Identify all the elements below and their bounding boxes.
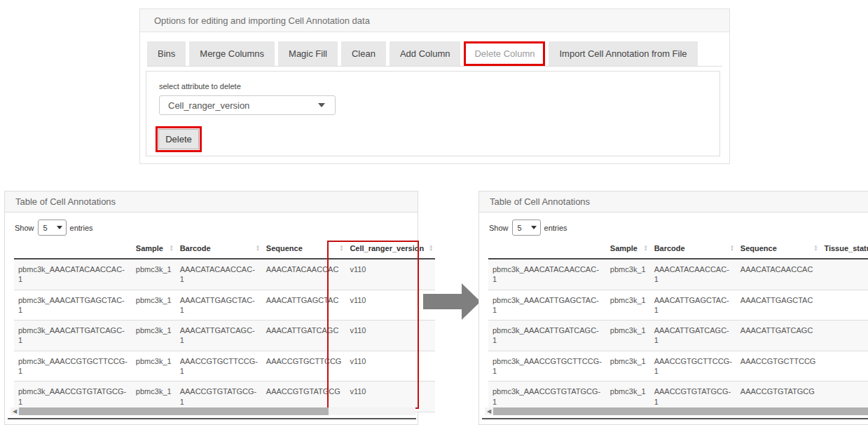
show-label: Show [489, 224, 509, 232]
table-cell: AAACATTGATCAGC-1 [650, 321, 736, 351]
table-cell: AAACATTGATCAGC [262, 321, 346, 351]
column-header-sample[interactable]: Sample▲▼ [606, 241, 650, 259]
delete-button-highlight-box: Delete [156, 126, 202, 152]
column-header-sample[interactable]: Sample▲▼ [132, 241, 176, 259]
scrollbar-thumb[interactable] [493, 407, 868, 415]
table-cell [820, 351, 868, 382]
table-row: pbmc3k_AAACATTGAGCTAC-1pbmc3k_1AAACATTGA… [14, 290, 435, 321]
sort-icon: ▲▼ [644, 245, 648, 252]
delete-column-tab-content: select attribute to delete Cell_ranger_v… [146, 71, 720, 156]
table-cell: AAACATTGAGCTAC-1 [650, 290, 736, 321]
table-cell: pbmc3k_AAACATACAACCAC-1 [488, 259, 606, 290]
sort-icon: ▲▼ [339, 245, 343, 252]
tab-bins[interactable]: Bins [147, 41, 186, 66]
column-header-label: Barcode [180, 244, 211, 252]
table-cell: AAACCGTGCTTCCG [736, 351, 820, 382]
column-header-sequence[interactable]: Sequence▲▼ [736, 241, 820, 259]
table-cell: pbmc3k_1 [606, 290, 650, 321]
table-title: Table of Cell Annotations [5, 191, 418, 212]
column-header-barcode[interactable]: Barcode▲▼ [650, 241, 736, 259]
sort-icon: ▲▼ [813, 245, 818, 252]
options-panel-title: Options for editing and importing Cell A… [140, 9, 729, 32]
table-row: pbmc3k_AAACATTGATCAGC-1pbmc3k_1AAACATTGA… [488, 321, 868, 351]
column-header-label: Cell_ranger_version [350, 244, 424, 252]
caret-down-icon [531, 226, 537, 229]
sort-icon: ▲▼ [730, 245, 734, 252]
sort-icon: ▲▼ [256, 245, 260, 252]
column-header-sequence[interactable]: Sequence▲▼ [262, 241, 346, 259]
options-panel: Options for editing and importing Cell A… [139, 8, 730, 164]
table-cell [820, 321, 868, 351]
column-header-rownames [14, 241, 132, 259]
table-cell: AAACATACAACCAC [262, 259, 346, 290]
cell-annotations-table-before: Table of Cell Annotations Show 5 entries… [4, 191, 418, 425]
table-cell: pbmc3k_AAACATACAACCAC-1 [14, 259, 132, 290]
table-title: Table of Cell Annotations [479, 191, 868, 212]
arrow-shaft [423, 294, 462, 309]
caret-down-icon [57, 226, 62, 229]
table-cell [820, 259, 868, 290]
tabs-row: BinsMerge ColumnsMagic FillCleanAdd Colu… [147, 41, 722, 67]
scrollbar-thumb[interactable] [19, 407, 329, 415]
table-row: pbmc3k_AAACCGTGCTTCCG-1pbmc3k_1AAACCGTGC… [14, 351, 435, 382]
table-cell: AAACATACAACCAC [736, 259, 820, 290]
table-row: pbmc3k_AAACATACAACCAC-1pbmc3k_1AAACATACA… [488, 259, 868, 290]
table-cell: v110 [345, 259, 435, 290]
table-cell: AAACATACAACCAC-1 [176, 259, 262, 290]
table-cell: AAACCGTGCTTCCG [262, 351, 346, 382]
attribute-select-value: Cell_ranger_version [168, 100, 249, 111]
arrow-head [462, 283, 481, 320]
annotations-table: Sample▲▼Barcode▲▼Sequence▲▼Cell_ranger_v… [14, 241, 435, 412]
table-cell: pbmc3k_AAACCGTGCTTCCG-1 [14, 351, 132, 382]
show-label: Show [15, 224, 34, 232]
transform-arrow-icon [423, 283, 481, 320]
caret-down-icon [318, 103, 325, 107]
column-header-label: Sequence [740, 244, 777, 252]
table-bottom-border [482, 418, 868, 419]
tab-magic-fill[interactable]: Magic Fill [278, 41, 338, 66]
table-cell: pbmc3k_1 [132, 259, 176, 290]
cell-annotations-table-after: Table of Cell Annotations Show 5 entries… [478, 191, 868, 425]
entries-label: entries [70, 224, 93, 232]
column-header-rownames [488, 241, 606, 259]
table-cell: pbmc3k_AAACCGTGCTTCCG-1 [488, 351, 606, 382]
delete-button[interactable]: Delete [158, 129, 199, 149]
table-cell: AAACATTGAGCTAC [262, 290, 346, 321]
attribute-select[interactable]: Cell_ranger_version [159, 95, 336, 115]
table-cell: AAACATTGATCAGC [736, 321, 820, 351]
tab-delete-column[interactable]: Delete Column [464, 41, 545, 66]
column-header-barcode[interactable]: Barcode▲▼ [176, 241, 262, 259]
column-header-label: Sequence [266, 244, 303, 252]
column-header-label: Sample [136, 244, 163, 252]
sort-icon: ▲▼ [170, 245, 174, 252]
tab-add-column[interactable]: Add Column [390, 41, 461, 66]
tab-import-cell-annotation-from-file[interactable]: Import Cell Annotation from File [549, 41, 697, 66]
table-cell: AAACCGTGCTTCCG-1 [650, 351, 736, 382]
table-cell: v110 [345, 290, 435, 321]
horizontal-scrollbar[interactable]: ◀ [485, 407, 868, 415]
table-cell [820, 290, 868, 321]
scroll-left-icon[interactable]: ◀ [485, 407, 493, 415]
table-header-row: Sample▲▼Barcode▲▼Sequence▲▼Tissue_status… [488, 241, 868, 259]
tab-clean[interactable]: Clean [341, 41, 386, 66]
table-row: pbmc3k_AAACATTGATCAGC-1pbmc3k_1AAACATTGA… [14, 321, 435, 351]
column-header-cell-ranger-version[interactable]: Cell_ranger_version▲▼ [345, 241, 435, 259]
table-cell: pbmc3k_AAACATTGATCAGC-1 [488, 321, 606, 351]
tab-merge-columns[interactable]: Merge Columns [189, 41, 275, 66]
table-cell: pbmc3k_1 [606, 259, 650, 290]
scroll-left-icon[interactable]: ◀ [11, 407, 19, 415]
page-size-select[interactable]: 5 [512, 220, 541, 236]
table-row: pbmc3k_AAACATTGAGCTAC-1pbmc3k_1AAACATTGA… [488, 290, 868, 321]
sort-icon: ▲▼ [429, 245, 433, 252]
table-cell: pbmc3k_AAACATTGATCAGC-1 [14, 321, 132, 351]
page-size-control: Show 5 entries [489, 220, 567, 236]
table-cell: pbmc3k_1 [606, 321, 650, 351]
table-cell: pbmc3k_AAACATTGAGCTAC-1 [14, 290, 132, 321]
table-cell: AAACATTGAGCTAC [736, 290, 820, 321]
table-row: pbmc3k_AAACCGTGCTTCCG-1pbmc3k_1AAACCGTGC… [488, 351, 868, 382]
page-size-control: Show 5 entries [15, 220, 93, 236]
column-header-tissue-status[interactable]: Tissue_status▲▼ [820, 241, 868, 259]
page-size-select[interactable]: 5 [38, 220, 67, 236]
table-header-row: Sample▲▼Barcode▲▼Sequence▲▼Cell_ranger_v… [14, 241, 435, 259]
horizontal-scrollbar[interactable]: ◀ [11, 407, 415, 415]
